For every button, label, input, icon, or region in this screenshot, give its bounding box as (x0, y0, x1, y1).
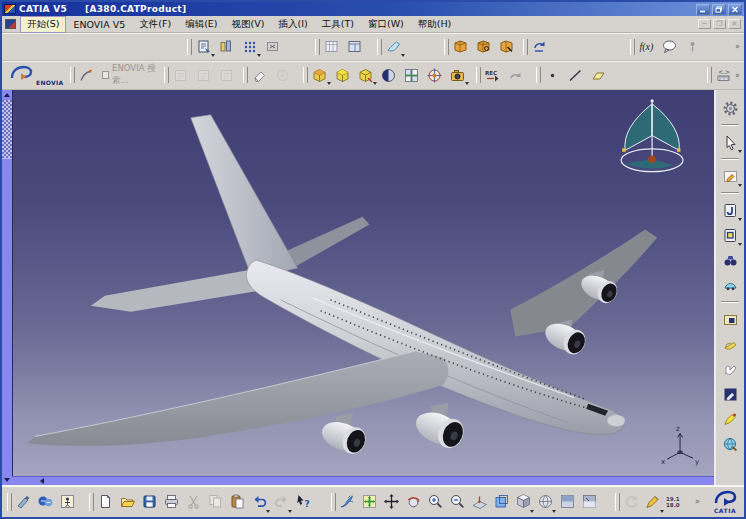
collaboration-icon[interactable] (34, 490, 56, 514)
catalog-search-icon[interactable] (495, 36, 518, 58)
open-document-icon[interactable] (116, 490, 138, 514)
glove-clash-icon[interactable] (718, 357, 742, 381)
toolbar-overflow-chevron[interactable]: » (735, 42, 740, 51)
create-view-icon[interactable] (490, 490, 512, 514)
minimize-button[interactable] (696, 4, 710, 15)
normal-view-icon[interactable] (468, 490, 490, 514)
enovia-search[interactable]: ENOVIA 搜索... (98, 63, 163, 87)
port-wing[interactable] (27, 351, 448, 446)
propagate-arrow-icon[interactable] (75, 64, 98, 86)
paint-applicative-icon[interactable] (382, 36, 405, 58)
fit-all-in-icon[interactable] (358, 490, 380, 514)
rotate-icon[interactable] (402, 490, 424, 514)
open-box-icon[interactable] (718, 307, 742, 331)
eraser-icon[interactable] (248, 64, 271, 86)
window-layout-icon[interactable] (343, 36, 366, 58)
selection-sets-icon[interactable] (238, 36, 261, 58)
dmu-review-icon[interactable] (718, 273, 742, 297)
menu-insert[interactable]: 插入(I) (271, 16, 314, 33)
view-mode-alt-icon[interactable] (578, 490, 600, 514)
undo-icon[interactable] (248, 490, 270, 514)
annotate-yellow-icon[interactable] (718, 407, 742, 431)
enovia-search-checkbox[interactable] (102, 71, 109, 79)
catalog-hand-icon[interactable] (718, 332, 742, 356)
view-mode-icon[interactable] (556, 490, 578, 514)
horizontal-scrollbar[interactable] (12, 476, 714, 485)
design-table-icon[interactable] (215, 36, 238, 58)
structure-table-icon[interactable] (320, 36, 343, 58)
a380-model-canvas[interactable]: z x y (13, 90, 714, 476)
knowledge-inspector-icon[interactable] (681, 36, 704, 58)
world-publish-icon[interactable] (718, 432, 742, 456)
restore-button[interactable] (712, 4, 726, 15)
menu-tools[interactable]: 工具(T) (315, 16, 361, 33)
camera-icon[interactable] (446, 64, 469, 86)
select-cursor-icon[interactable] (718, 130, 742, 154)
toolbar2-overflow-chevron[interactable]: » (735, 71, 740, 80)
annotate-blue-icon[interactable] (718, 382, 742, 406)
scroll-down-button[interactable] (2, 475, 12, 485)
point-icon[interactable] (541, 64, 564, 86)
catalog-browser-icon[interactable] (449, 36, 472, 58)
airbrush-icon[interactable] (12, 490, 34, 514)
pencil-precision-icon[interactable] (642, 490, 664, 514)
close-button[interactable] (728, 4, 742, 15)
sketch-pen-icon[interactable] (718, 164, 742, 188)
zoom-out-icon[interactable] (446, 490, 468, 514)
fit-target-icon[interactable] (423, 64, 446, 86)
menu-edit[interactable]: 编辑(E) (178, 16, 224, 33)
power-copy-icon[interactable] (192, 36, 215, 58)
bottom-overflow-chevron[interactable]: » (695, 497, 700, 506)
doc-restore-button[interactable]: ❒ (713, 19, 726, 29)
search-binoculars-icon[interactable] (718, 248, 742, 272)
named-view-cube-icon[interactable] (331, 64, 354, 86)
context-help-icon[interactable]: ? (292, 490, 314, 514)
iso-view-cube-icon[interactable] (308, 64, 331, 86)
doc-minimize-button[interactable]: ─ (698, 19, 711, 29)
catalog-editor-icon[interactable] (472, 36, 495, 58)
multi-view-icon[interactable] (400, 64, 423, 86)
render-style-icon[interactable] (534, 490, 556, 514)
product-document-icon[interactable] (718, 223, 742, 247)
vertical-fin[interactable] (191, 115, 298, 277)
scroll-left-button[interactable] (40, 478, 44, 484)
print-icon[interactable] (160, 490, 182, 514)
zoom-in-icon[interactable] (424, 490, 446, 514)
line-icon[interactable] (564, 64, 587, 86)
comment-bubble-icon[interactable] (658, 36, 681, 58)
plane-icon[interactable] (587, 64, 610, 86)
menu-start[interactable]: 开始(S) (20, 16, 66, 33)
menu-view[interactable]: 视图(V) (225, 16, 272, 33)
menu-file[interactable]: 文件(F) (132, 16, 178, 33)
record-macro-icon[interactable]: REC (481, 64, 504, 86)
menu-window[interactable]: 窗口(W) (361, 16, 411, 33)
menu-enovia-v5[interactable]: ENOVIA V5 (66, 17, 132, 32)
fly-mode-icon[interactable] (336, 490, 358, 514)
formula-fx-icon[interactable]: f(x) (635, 36, 658, 58)
quick-view-cube-icon[interactable] (354, 64, 377, 86)
update-gear-icon[interactable] (718, 96, 742, 120)
doc-close-button[interactable]: ✕ (728, 19, 741, 29)
scroll-track[interactable] (2, 100, 12, 158)
replay-icon[interactable] (504, 64, 527, 86)
swap-visible-space-icon[interactable] (261, 36, 284, 58)
new-document-icon[interactable] (94, 490, 116, 514)
3d-viewport[interactable]: z x y (12, 90, 714, 476)
save-icon[interactable] (138, 490, 160, 514)
view-compass[interactable] (621, 99, 683, 171)
paste-icon[interactable] (226, 490, 248, 514)
part-document-icon[interactable] (718, 198, 742, 222)
pan-icon[interactable] (380, 490, 402, 514)
scroll-thumb[interactable] (2, 158, 12, 475)
manikin-icon[interactable] (56, 490, 78, 514)
menu-help[interactable]: 帮助(H) (411, 16, 459, 33)
document-icon[interactable] (5, 19, 16, 29)
update-links-icon[interactable] (528, 36, 551, 58)
app-icon[interactable] (4, 4, 16, 14)
measure-between-icon[interactable]: <.> (712, 64, 735, 86)
half-sphere-view-icon[interactable] (377, 64, 400, 86)
iso-cube-icon[interactable] (512, 490, 534, 514)
scroll-up-button[interactable] (2, 90, 12, 100)
tree-vertical-scrollbar[interactable] (2, 90, 12, 485)
port-stabilizer[interactable] (91, 268, 271, 312)
